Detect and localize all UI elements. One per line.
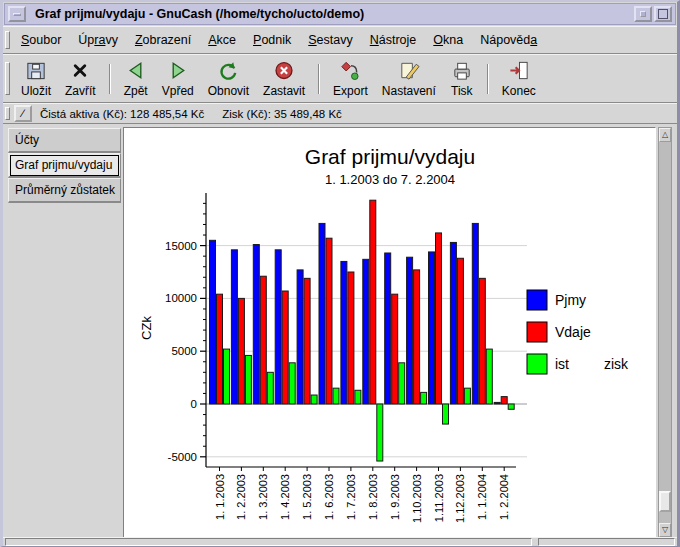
menu-akce[interactable]: Akce [201, 30, 243, 50]
stop-icon [272, 59, 296, 82]
konec-button[interactable]: Konec [497, 57, 541, 101]
menu-n-stroje[interactable]: Nástroje [363, 30, 424, 50]
ist-zisk-bar [486, 349, 492, 404]
y-tick-label: 5000 [171, 345, 197, 357]
bar-group-1-2-2004 [494, 397, 514, 410]
close-icon [68, 59, 92, 82]
tab-pr-m-rn-z-statek[interactable]: Průměrný zůstatek [8, 178, 121, 203]
pjmy-bar [275, 250, 281, 404]
maximize-button[interactable] [654, 6, 672, 22]
vdaje-bar [501, 397, 507, 404]
print-icon [450, 59, 474, 82]
bar-group-1-1-2003 [210, 240, 230, 404]
vertical-scrollbar[interactable]: △ ▽ [658, 127, 672, 538]
bar-group-1-1-2004 [472, 223, 492, 404]
tisk-button[interactable]: Tisk [445, 57, 479, 101]
ist-zisk-bar [508, 404, 514, 409]
menu-podnik[interactable]: Podnik [246, 30, 298, 50]
status-panel [5, 538, 532, 546]
settings-icon [397, 59, 421, 82]
menu-okna[interactable]: Okna [426, 30, 470, 50]
pjmy-bar [297, 270, 303, 404]
menu-n-pov-da[interactable]: Nápověda [473, 30, 544, 50]
titlebar[interactable]: Graf prijmu/vydaju - GnuCash (/home/tych… [4, 3, 676, 25]
x-tick-label: 1. 3.2003 [257, 474, 269, 520]
toolbar-button-label: Zastavit [263, 84, 305, 98]
toolbar-button-label: Konec [502, 84, 536, 98]
toolbar-button-label: Obnovit [208, 84, 249, 98]
summarybar-grip[interactable] [5, 107, 10, 120]
toolbar-button-label: Nastavení [382, 84, 436, 98]
refresh-icon [216, 59, 240, 82]
legend-swatch-pjmy [527, 290, 547, 310]
iconify-button[interactable] [634, 6, 652, 22]
ist-zisk-bar [245, 355, 251, 404]
x-tick-label: 1. 1.2003 [214, 474, 226, 520]
ist-zisk-bar [443, 404, 449, 424]
ist-zisk-bar [224, 349, 230, 404]
vdaje-bar [348, 272, 354, 404]
ist-zisk-bar [267, 372, 273, 404]
toolbar-button-label: Zavřít [65, 84, 96, 98]
ulo-it-button[interactable]: Uložit [16, 57, 56, 101]
menu-sestavy[interactable]: Sestavy [301, 30, 359, 50]
pjmy-bar [231, 250, 237, 404]
pjmy-bar [450, 242, 456, 404]
pjmy-bar [429, 252, 435, 404]
toolbar-separator [109, 64, 111, 94]
x-tick-label: 1. 4.2003 [279, 474, 291, 520]
ist-zisk-bar [311, 395, 317, 404]
bar-group-1-11-2003 [429, 233, 449, 424]
summary-toggle-button[interactable]: ∕ [14, 105, 32, 122]
toolbar-separator [318, 64, 320, 94]
vp-ed-button[interactable]: Vpřed [157, 57, 199, 101]
scroll-down-icon[interactable]: ▽ [659, 523, 671, 537]
x-tick-label: 1. 1.2004 [476, 474, 488, 520]
pjmy-bar [363, 259, 369, 404]
bar-group-1-4-2003 [275, 250, 295, 404]
menu-soubor[interactable]: Soubor [14, 30, 68, 50]
toolbar-separator [487, 64, 489, 94]
window-menu-button[interactable] [8, 6, 26, 22]
bar-group-1-9-2003 [385, 253, 405, 404]
toolbar-button-label: Export [333, 84, 368, 98]
x-tick-label: 1. 8.2003 [367, 474, 379, 520]
bar-group-1-2-2003 [231, 250, 251, 404]
y-tick-label: 10000 [165, 292, 197, 304]
toolbar-button-label: Tisk [451, 84, 473, 98]
toolbar-grip[interactable] [5, 62, 10, 95]
vdaje-bar [479, 278, 485, 404]
ist-zisk-bar [421, 392, 427, 404]
forward-icon [166, 59, 190, 82]
tab-graf-prijmu-vydaju[interactable]: Graf prijmu/vydaju [8, 153, 121, 178]
bar-group-1-8-2003 [363, 200, 383, 461]
save-icon [24, 59, 48, 82]
toolbar-button-label: Vpřed [162, 84, 194, 98]
scroll-up-icon[interactable]: △ [659, 128, 671, 142]
pjmy-bar [210, 240, 216, 404]
y-tick-label: -5000 [168, 451, 197, 463]
zp-t-button[interactable]: Zpět [119, 57, 153, 101]
window-title: Graf prijmu/vydaju - GnuCash (/home/tych… [35, 7, 633, 21]
menu-pravy[interactable]: Úpravy [71, 30, 125, 50]
ist-zisk-bar [464, 388, 470, 404]
pjmy-bar [341, 261, 347, 404]
menubar-grip[interactable] [5, 31, 10, 49]
vdaje-bar [238, 298, 244, 404]
nastaven-button[interactable]: Nastavení [377, 57, 441, 101]
zav-t-button[interactable]: Zavřít [60, 57, 101, 101]
scrollbar-thumb[interactable] [659, 491, 671, 512]
x-tick-label: 1.12.2003 [454, 474, 466, 523]
tab-ty[interactable]: Účty [8, 128, 121, 153]
menu-zobrazen[interactable]: Zobrazení [128, 30, 198, 50]
obnovit-button[interactable]: Obnovit [203, 57, 254, 101]
export-button[interactable]: Export [328, 57, 373, 101]
pjmy-bar [253, 245, 259, 404]
ist-zisk-bar [289, 363, 295, 404]
main-area: ÚčtyGraf prijmu/vydajuPrůměrný zůstatek … [3, 125, 677, 540]
y-axis-label: CZk [139, 316, 154, 340]
legend-swatch-ist-zisk [527, 354, 547, 374]
zastavit-button[interactable]: Zastavit [258, 57, 310, 101]
ist-zisk-bar [333, 388, 339, 404]
toolbar: UložitZavřítZpětVpředObnovitZastavitExpo… [3, 54, 677, 103]
